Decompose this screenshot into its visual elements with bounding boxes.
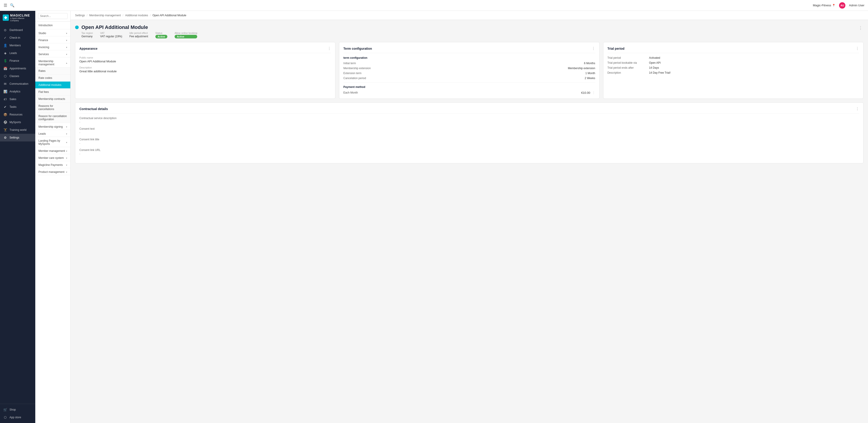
page-more-icon[interactable]: ⋮ [858, 24, 864, 31]
svg-marker-0 [4, 16, 7, 19]
sidebar-item-leads[interactable]: ◈ Leads [0, 49, 35, 57]
trial-row-ends-after: Trial period ends after 14 Days [608, 66, 859, 69]
term-row-extension-term: Extension term 1 Month [343, 72, 595, 75]
sidebar-item-membership-management[interactable]: Membership management ▴ [35, 57, 70, 68]
second-sidebar: Introduction Studio ▾ Finance ▾ Invoicin… [35, 11, 70, 423]
sidebar-item-sales[interactable]: 🏷 Sales [0, 95, 35, 103]
sidebar-item-training[interactable]: 🏋 Training world [0, 126, 35, 134]
appearance-more-icon[interactable]: ⋮ [328, 46, 331, 51]
sidebar-item-product-management[interactable]: Product management ▾ [35, 168, 70, 175]
chevron-up-icon: ▴ [66, 62, 67, 64]
breadcrumb: Settings / Membership management / Addit… [70, 11, 868, 20]
sidebar-item-dashboard[interactable]: ⊙ Dashboard [0, 26, 35, 34]
chevron-down-icon: ▾ [66, 32, 67, 35]
sidebar-item-studio[interactable]: Studio ▾ [35, 29, 70, 36]
meta-tax-region: Tax region Germany [82, 32, 93, 38]
company-name: Magic-Fitness 📍 [813, 4, 835, 7]
contractual-more-icon[interactable]: ⋮ [856, 107, 859, 111]
sidebar-item-analytics[interactable]: 📊 Analytics [0, 88, 35, 95]
sidebar-item-label: Dashboard [9, 29, 23, 32]
sidebar-sub-flat-fees[interactable]: Flat fees [35, 89, 70, 96]
sidebar-item-finance[interactable]: Finance ▾ [35, 36, 70, 43]
sidebar-item-checkin[interactable]: ✓ Check-in [0, 34, 35, 41]
sidebar-sub-additional-modules[interactable]: Additional modules [35, 82, 70, 89]
chevron-down-icon: ▾ [66, 39, 67, 41]
meta-online-booking: Allow online booking Active [175, 32, 197, 38]
communication-icon: ✉ [3, 82, 7, 86]
status-dot [75, 26, 79, 29]
appointments-icon: 📅 [3, 67, 7, 70]
sidebar-sub-rates[interactable]: Rates [35, 68, 70, 74]
term-config-section-title: term configuration [343, 56, 595, 59]
sidebar: MAGICLINE A Sport Alliance Company ⊙ Das… [0, 11, 35, 423]
sidebar-item-communication[interactable]: ✉ Communication [0, 80, 35, 88]
sidebar-sub-membership-contracts[interactable]: Membership contracts [35, 96, 70, 103]
sidebar-item-label: Leads [9, 52, 17, 55]
sidebar-item-label: Settings [9, 136, 19, 139]
sidebar-sub-reasons-cancellations[interactable]: Reasons for cancellations [35, 103, 70, 113]
sidebar-item-appointments[interactable]: 📅 Appointments [0, 65, 35, 72]
avatar[interactable]: AU [839, 2, 845, 8]
chevron-down-icon: ▾ [66, 53, 67, 56]
sidebar-sub-reason-cancellation-config[interactable]: Reason for cancellation configuration [35, 113, 70, 123]
chevron-down-icon: ▾ [66, 171, 67, 173]
term-config-card-title: Term configuration [343, 47, 372, 51]
sidebar-item-label: Sales [9, 98, 16, 101]
payment-method-title: Payment method [343, 86, 595, 89]
sidebar-item-label: Analytics [9, 90, 20, 93]
search-input[interactable] [38, 13, 68, 19]
logo: MAGICLINE A Sport Alliance Company [0, 11, 35, 24]
sidebar-item-member-care[interactable]: Member care system ▾ [35, 154, 70, 161]
sidebar-item-services[interactable]: Services ▾ [35, 51, 70, 57]
admin-user-label: Admin User [849, 4, 864, 7]
sidebar-item-mysports[interactable]: ⚽ MySports [0, 119, 35, 126]
top-nav-right: Magic-Fitness 📍 AU Admin User [813, 2, 864, 8]
appearance-card-title: Appearance [80, 47, 97, 51]
members-icon: 👤 [3, 43, 7, 47]
sidebar-item-landing-pages[interactable]: Landing Pages by MySports ▾ [35, 137, 70, 147]
sidebar-item-invoicing[interactable]: Invoicing ▾ [35, 43, 70, 51]
sidebar-item-shop[interactable]: 🛒 Shop [0, 406, 35, 414]
chevron-down-icon: ▾ [66, 133, 67, 135]
appstore-icon: ⬡ [3, 416, 7, 419]
trial-row-description: Description 14 Day Free Trial! [608, 71, 859, 74]
sidebar-item-member-management[interactable]: Member management ▾ [35, 147, 70, 154]
search-icon[interactable]: 🔍 [10, 3, 14, 7]
public-name-field: Public name Open API Additional Module [80, 56, 331, 63]
consent-link-url-field: Consent link URL - [80, 149, 859, 156]
sidebar-item-classes[interactable]: ⬡ Classes [0, 72, 35, 80]
consent-link-title-field: Consent link title - [80, 138, 859, 145]
meta-status: Status Active [155, 32, 167, 38]
payment-more-icon[interactable]: ⋮ [592, 91, 595, 94]
breadcrumb-settings[interactable]: Settings [75, 14, 85, 17]
sidebar-item-leads-group[interactable]: Leads ▾ [35, 130, 70, 137]
sidebar-item-label: Appointments [9, 67, 26, 70]
sidebar-item-appstore[interactable]: ⬡ App store [0, 414, 35, 421]
term-row-cancelation: Cancelation period 2 Weeks [343, 76, 595, 80]
breadcrumb-separator: / [150, 14, 151, 17]
sidebar-item-magicline-payments[interactable]: Magicline Payments ▾ [35, 161, 70, 168]
trial-more-icon[interactable]: ⋮ [856, 46, 859, 51]
sidebar-sub-rate-codes[interactable]: Rate codes [35, 74, 70, 82]
sidebar-item-label: Classes [9, 74, 19, 78]
term-config-more-icon[interactable]: ⋮ [592, 46, 595, 51]
sidebar-item-label: Members [9, 44, 21, 47]
sidebar-item-membership-signing[interactable]: Membership signing ▾ [35, 123, 70, 130]
mysports-icon: ⚽ [3, 121, 7, 124]
sidebar-item-finance[interactable]: 💲 Finance [0, 57, 35, 65]
breadcrumb-additional-modules[interactable]: Additional modules [125, 14, 148, 17]
appearance-card: Appearance ⋮ Public name Open API Additi… [75, 42, 335, 99]
sidebar-item-resources[interactable]: 📦 Resources [0, 111, 35, 119]
sidebar-item-members[interactable]: 👤 Members [0, 41, 35, 49]
sidebar-nav: ⊙ Dashboard ✓ Check-in 👤 Members ◈ Leads… [0, 24, 35, 404]
contractual-details-title: Contractual details [80, 107, 108, 111]
trial-row-bookable: Trial period bookable via Open API [608, 61, 859, 64]
sidebar-item-label: Shop [9, 408, 16, 411]
breadcrumb-membership-management[interactable]: Membership management [89, 14, 121, 17]
payment-divider [343, 83, 595, 83]
hamburger-menu-icon[interactable]: ☰ [4, 3, 7, 8]
sidebar-item-settings[interactable]: ⚙ Settings [0, 134, 35, 141]
sidebar-bottom: 🛒 Shop ⬡ App store [0, 404, 35, 423]
sidebar-item-tasks[interactable]: ✔ Tasks [0, 103, 35, 111]
sidebar-item-introduction[interactable]: Introduction [35, 22, 70, 29]
